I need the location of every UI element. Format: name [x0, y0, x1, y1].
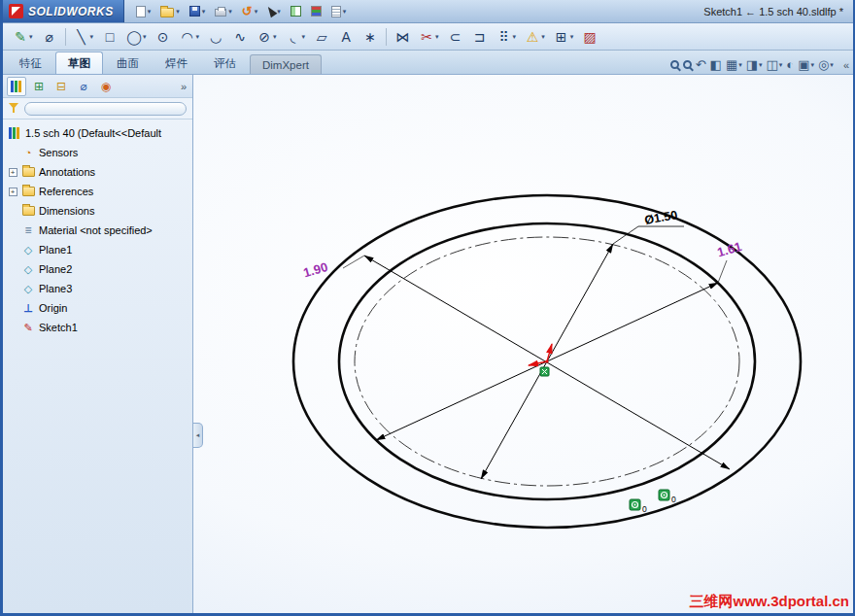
tab-sketch[interactable]: 草图 — [55, 51, 103, 74]
dropdown-caret-icon: ▾ — [759, 61, 763, 68]
standard-toolbar: ▾ ▾ ▾ ▾ ↺▾ ▾ ▾ — [124, 2, 351, 21]
tab-evaluate[interactable]: 评估 — [201, 51, 249, 74]
ellipse-button[interactable]: ⊘▾ — [253, 25, 281, 49]
fixed-relation-badge — [540, 367, 549, 376]
dimension-nominal-1-50[interactable]: Ø1.50 — [481, 208, 684, 479]
zoom-to-area-button[interactable] — [683, 60, 692, 69]
tree-item-plane1[interactable]: ◇ Plane1 — [3, 240, 192, 259]
section-view-button[interactable]: ◧ — [710, 58, 722, 71]
expand-plus-icon[interactable]: + — [9, 168, 17, 177]
tree-root-item[interactable]: 1.5 sch 40 (Default<<Default — [3, 123, 192, 143]
tree-item-sensors[interactable]: ◔ Sensors — [3, 143, 192, 162]
ellipse-icon: ⊘ — [256, 30, 272, 44]
command-tabs-strip: 特征 草图 曲面 焊件 评估 DimXpert ↶ ◧ ▦▾ ◨▾ ◫▾ ◐ ▣… — [3, 51, 853, 75]
save-icon — [189, 6, 200, 17]
plane-button[interactable]: ▱ — [310, 25, 333, 49]
sketch-button[interactable]: ✎▾ — [9, 25, 37, 49]
linear-sketch-pattern-button[interactable]: ⠿▾ — [493, 25, 521, 49]
hide-show-items-icon: ◫ — [767, 58, 778, 71]
tab-surfaces[interactable]: 曲面 — [104, 51, 152, 74]
sketch-toolbar: ✎▾ ⌀ ╲▾ □ ◯▾ ⊙ ◠▾ ◡ ∿ ⊘▾ ◟▾ ▱ A ∗ ⋈ ✂▾ ⊂… — [3, 23, 853, 51]
offset-entities-button[interactable]: ⊐ — [468, 25, 492, 49]
tree-filter-input[interactable] — [24, 102, 187, 116]
featuremanager-panel: ⊞ ⊟ ⌀ ◉ » 1.5 sch 40 (Default<<Default ◔… — [3, 75, 193, 613]
tangent-arc-button[interactable]: ◡ — [204, 25, 227, 49]
zoom-area-icon — [683, 60, 692, 69]
dropdown-caret-icon: ▾ — [779, 61, 783, 68]
new-document-button[interactable]: ▾ — [132, 2, 155, 21]
point-button[interactable]: ∗ — [359, 25, 382, 49]
relation-badge-1-count: 0 — [642, 504, 647, 514]
tree-item-annotations[interactable]: + Annotations — [3, 162, 192, 182]
line-button[interactable]: ╲▾ — [70, 25, 98, 49]
sketch1-icon: ✎ — [21, 323, 35, 333]
display-style-button[interactable]: ◨▾ — [746, 58, 763, 71]
configurationmanager-tab[interactable]: ⊟ — [51, 77, 71, 96]
smart-dimension-button[interactable]: ⌀ — [38, 25, 61, 49]
spline-button[interactable]: ∿ — [228, 25, 252, 49]
text-button[interactable]: A — [334, 25, 358, 49]
expand-plus-icon[interactable]: + — [9, 188, 17, 196]
dropdown-caret-icon: ▾ — [228, 8, 232, 15]
view-settings-icon: ◎ — [818, 58, 829, 71]
relation-badge-2[interactable] — [659, 490, 669, 500]
apply-scene-button[interactable]: ▣▾ — [798, 58, 814, 71]
featuremanager-icon — [11, 81, 22, 92]
select-button[interactable]: ▾ — [263, 2, 285, 21]
previous-view-button[interactable]: ↶ — [696, 58, 706, 71]
sketch-icon: ✎ — [13, 30, 28, 44]
tree-item-plane3[interactable]: ◇ Plane3 — [3, 279, 192, 298]
panel-overflow-button[interactable]: » — [181, 81, 188, 92]
tree-item-dimensions[interactable]: Dimensions — [3, 201, 192, 221]
tree-item-material[interactable]: ≡ Material <not specified> — [3, 221, 192, 240]
hide-show-items-button[interactable]: ◫▾ — [767, 58, 783, 71]
tree-item-plane2[interactable]: ◇ Plane2 — [3, 259, 192, 279]
corner-rectangle-button[interactable]: □ — [98, 25, 121, 49]
print-button[interactable]: ▾ — [211, 2, 236, 21]
previous-view-icon: ↶ — [696, 58, 706, 71]
trim-entities-button[interactable]: ✂▾ — [415, 25, 443, 49]
select-cursor-icon — [265, 5, 278, 18]
mirror-entities-button[interactable]: ⋈ — [391, 25, 414, 49]
configurationmanager-icon: ⊟ — [56, 80, 66, 93]
propertymanager-tab[interactable]: ⊞ — [29, 77, 49, 96]
zoom-fit-icon — [670, 60, 679, 69]
open-button[interactable]: ▾ — [156, 2, 184, 21]
dimxpertmanager-tab[interactable]: ⌀ — [74, 77, 93, 96]
featuremanager-tree-tab[interactable] — [7, 77, 26, 96]
edit-appearance-button[interactable]: ◐ — [786, 58, 794, 71]
save-button[interactable]: ▾ — [186, 2, 210, 21]
circle-button[interactable]: ◯▾ — [122, 25, 151, 49]
relations-warning-icon: ⚠ — [525, 30, 540, 44]
view-orientation-button[interactable]: ▦▾ — [726, 58, 742, 71]
tree-item-sketch1[interactable]: ✎ Sketch1 — [3, 318, 192, 337]
dropdown-caret-icon: ▾ — [29, 33, 33, 40]
toggle-display-pane-button[interactable] — [287, 2, 305, 21]
zoom-to-fit-button[interactable] — [670, 60, 679, 69]
toolbar-overflow-button[interactable]: « — [839, 59, 853, 74]
tab-dimxpert[interactable]: DimXpert — [250, 54, 322, 74]
displaymanager-tab[interactable]: ◉ — [96, 77, 116, 96]
file-properties-button[interactable]: ▾ — [327, 2, 351, 21]
dropdown-caret-icon: ▾ — [830, 61, 834, 68]
dropdown-caret-icon: ▾ — [570, 33, 574, 40]
dimension-outer-1-90[interactable]: 1.90 — [302, 256, 730, 469]
tree-item-origin[interactable]: ⊥ Origin — [3, 298, 192, 318]
sketch-fillet-button[interactable]: ◟▾ — [282, 25, 310, 49]
view-settings-button[interactable]: ◎▾ — [818, 58, 834, 71]
quick-snaps-button[interactable]: ⊞▾ — [550, 25, 578, 49]
perimeter-circle-button[interactable]: ⊙ — [152, 25, 175, 49]
tree-item-references[interactable]: + References — [3, 182, 192, 201]
tab-weldments[interactable]: 焊件 — [153, 51, 200, 74]
undo-icon: ↺ — [242, 5, 253, 17]
sketch-picture-button[interactable]: ▨ — [578, 25, 601, 49]
undo-button[interactable]: ↺▾ — [238, 2, 261, 21]
panel-splitter-handle[interactable]: ◂ — [193, 423, 203, 448]
relation-badge-1[interactable] — [630, 499, 640, 510]
display-relations-button[interactable]: ⚠▾ — [521, 25, 549, 49]
tab-features[interactable]: 特征 — [7, 51, 54, 74]
convert-entities-button[interactable]: ⊂ — [444, 25, 467, 49]
graphics-area[interactable]: 1.90 1.61 Ø1.50 — [193, 75, 853, 613]
appearance-colors-button[interactable] — [307, 2, 325, 21]
centerpoint-arc-button[interactable]: ◠▾ — [176, 25, 204, 49]
